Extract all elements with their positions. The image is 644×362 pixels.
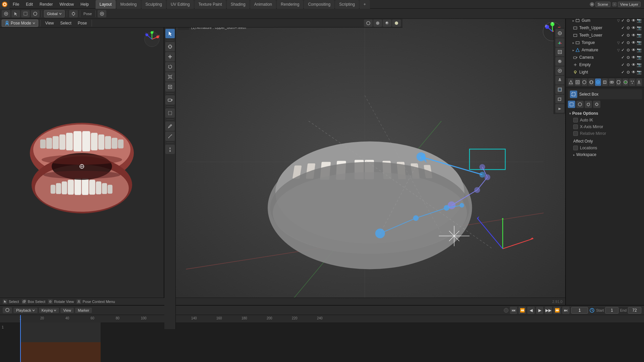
cam-render-icon[interactable]: ⊙ xyxy=(626,55,631,60)
tl-camera-icon[interactable]: 📷 xyxy=(637,33,641,38)
jump-end-btn[interactable]: ⏭ xyxy=(562,307,570,314)
cam-camera-icon[interactable]: 📷 xyxy=(637,55,641,60)
tab-scripting[interactable]: Scripting xyxy=(335,0,359,9)
end-frame-input[interactable] xyxy=(628,307,641,314)
menu-file[interactable]: File xyxy=(9,0,22,9)
cursor-tool[interactable] xyxy=(165,42,175,51)
x-axis-mirror-checkbox[interactable] xyxy=(573,124,578,129)
collection-item-armature[interactable]: ▸ Armature ▽ ✓ ⊙ 👁 📷 xyxy=(566,46,644,54)
timeline-view-btn[interactable]: View xyxy=(60,308,74,313)
pose-mode-selector[interactable]: Pose Mode xyxy=(2,19,38,27)
render-region-btn[interactable] xyxy=(555,85,564,94)
box-tool[interactable] xyxy=(165,108,175,118)
select-crosshair-icon-btn[interactable] xyxy=(593,101,600,108)
camera-flythrough-btn[interactable] xyxy=(555,104,564,113)
emp-eye-icon[interactable]: 👁 xyxy=(631,62,636,67)
viewport-view-tab[interactable]: View xyxy=(43,20,57,27)
light-eye-icon[interactable]: 👁 xyxy=(631,70,636,74)
prop-tab-physics[interactable] xyxy=(636,79,642,86)
tab-shading[interactable]: Shading xyxy=(227,0,250,9)
toolbar-box-select[interactable] xyxy=(21,10,30,17)
prop-tab-particles[interactable] xyxy=(629,79,635,86)
select-lasso-icon-btn[interactable] xyxy=(585,101,592,108)
light-render-icon[interactable]: ⊙ xyxy=(626,70,631,74)
prop-tab-material[interactable] xyxy=(623,79,628,86)
toolbar-select-tool[interactable] xyxy=(11,10,20,17)
prop-tab-output[interactable] xyxy=(575,79,580,86)
collection-item-tongue[interactable]: ▸ Tongue ▽ ✓ ⊙ 👁 📷 xyxy=(566,39,644,46)
light-check-icon[interactable]: ✓ xyxy=(621,70,625,74)
toolbar-circle-select[interactable] xyxy=(31,10,40,17)
timeline-mode-btn[interactable] xyxy=(3,307,12,313)
cam-check-icon[interactable]: ✓ xyxy=(621,55,625,60)
tu-check-icon[interactable]: ✓ xyxy=(621,25,625,30)
current-frame-input[interactable] xyxy=(571,307,588,314)
tab-uv-editing[interactable]: UV Editing xyxy=(167,0,194,9)
gum-eye-icon[interactable]: 👁 xyxy=(631,18,636,23)
tu-render-icon[interactable]: ⊙ xyxy=(626,25,631,30)
tab-texture-paint[interactable]: Texture Paint xyxy=(195,0,226,9)
select-circle-icon-btn[interactable] xyxy=(576,101,584,108)
prop-tab-world[interactable] xyxy=(588,79,594,86)
prop-tab-data[interactable] xyxy=(616,79,622,86)
arm-render-icon[interactable]: ⊙ xyxy=(626,48,631,52)
wireframe-mode[interactable] xyxy=(364,19,373,27)
toolbar-mode-icons[interactable] xyxy=(2,10,10,17)
camera-view-tool[interactable] xyxy=(165,95,175,105)
view-btn[interactable] xyxy=(555,48,564,56)
next-keyframe-btn[interactable]: ⏩ xyxy=(553,307,561,314)
tongue-eye-icon[interactable]: 👁 xyxy=(631,40,636,45)
transform-tool[interactable] xyxy=(165,82,175,92)
gizmo-btn[interactable] xyxy=(555,38,564,47)
light-camera-icon[interactable]: 📷 xyxy=(637,70,641,74)
walk-fly-btn[interactable] xyxy=(555,76,564,85)
tab-sculpting[interactable]: Sculpting xyxy=(142,0,166,9)
gum-check-icon[interactable]: ✓ xyxy=(621,18,625,23)
main-3d-viewport[interactable]: User Perspective (1) Armature : Upper_Gu… xyxy=(164,19,565,305)
timeline-marker-btn[interactable]: Marker xyxy=(75,308,92,313)
tab-add[interactable]: + xyxy=(360,0,370,9)
auto-ik-checkbox[interactable] xyxy=(573,118,578,122)
prop-tab-constraints[interactable] xyxy=(609,79,614,86)
arm-check-icon[interactable]: ✓ xyxy=(621,48,625,52)
prop-tab-render[interactable] xyxy=(568,79,574,86)
tl-eye-icon[interactable]: 👁 xyxy=(631,33,636,38)
tu-camera-icon[interactable]: 📷 xyxy=(637,25,641,30)
tab-layout[interactable]: Layout xyxy=(96,0,116,9)
viewport-pose-tab[interactable]: Pose xyxy=(75,20,90,27)
transform-orientation[interactable]: Global xyxy=(44,10,65,17)
prev-keyframe-btn[interactable]: ⏪ xyxy=(519,307,526,314)
scene-name[interactable]: Scene xyxy=(595,2,610,7)
toolbar-proportional[interactable] xyxy=(98,10,106,17)
collection-item-teeth-lower[interactable]: Teeth_Lower ✓ ⊙ 👁 📷 xyxy=(566,32,644,39)
menu-render[interactable]: Render xyxy=(36,0,56,9)
emp-render-icon[interactable]: ⊙ xyxy=(626,62,631,67)
gum-camera-icon[interactable]: 📷 xyxy=(637,18,641,23)
overlay-btn[interactable] xyxy=(555,29,564,38)
emp-camera-icon[interactable]: 📷 xyxy=(637,62,641,67)
prev-frame-btn[interactable]: ◀ xyxy=(527,307,535,314)
play-btn[interactable]: ▶ xyxy=(536,307,543,314)
next-frame-btn[interactable]: ▶▶ xyxy=(545,307,552,314)
tongue-render-icon[interactable]: ⊙ xyxy=(626,40,631,45)
arm-eye-icon[interactable]: 👁 xyxy=(631,48,636,52)
scale-tool[interactable] xyxy=(165,72,175,82)
tab-animation[interactable]: Animation xyxy=(250,0,276,9)
tab-modeling[interactable]: Modeling xyxy=(116,0,141,9)
collection-item-empty[interactable]: Empty ✓ ⊙ 👁 📷 xyxy=(566,61,644,68)
view-layer-name[interactable]: View Layer xyxy=(618,2,641,7)
viewport-select-tab[interactable]: Select xyxy=(58,20,74,27)
annotate-tool[interactable] xyxy=(165,121,175,131)
grease-pencil-tool[interactable] xyxy=(165,145,175,154)
select-tool[interactable] xyxy=(165,29,175,38)
tongue-check-icon[interactable]: ✓ xyxy=(621,40,625,45)
keying-dropdown[interactable]: Keying xyxy=(39,308,59,313)
playback-dropdown[interactable]: Playback xyxy=(13,308,38,313)
measure-tool[interactable] xyxy=(165,132,175,141)
tl-render-icon[interactable]: ⊙ xyxy=(626,33,631,38)
prop-tab-object[interactable] xyxy=(595,79,601,86)
menu-edit[interactable]: Edit xyxy=(22,0,36,9)
emp-check-icon[interactable]: ✓ xyxy=(621,62,625,67)
prop-tab-modifiers[interactable] xyxy=(602,79,608,86)
tab-compositing[interactable]: Compositing xyxy=(304,0,334,9)
